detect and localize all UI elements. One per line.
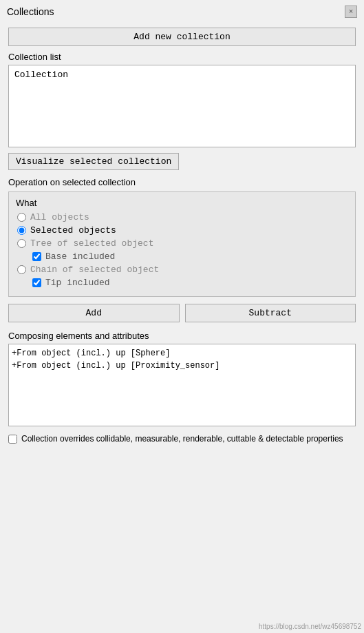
collection-list[interactable]: Collection: [8, 65, 356, 147]
radio-chain-label: Chain of selected object: [30, 264, 159, 275]
composing-item-1: +From object (incl.) up [Proximity_senso…: [12, 360, 352, 372]
radio-all-label: All objects: [30, 212, 89, 222]
composing-section: Composing elements and attributes +From …: [8, 331, 356, 426]
composing-box[interactable]: +From object (incl.) up [Sphere] +From o…: [8, 344, 356, 426]
radio-chain-row: Chain of selected object: [16, 264, 348, 275]
subtract-button[interactable]: Subtract: [185, 304, 356, 322]
radio-all-objects[interactable]: [17, 213, 26, 222]
override-label: Collection overrides collidable, measura…: [21, 433, 343, 445]
operation-label: Operation on selected collection: [8, 177, 356, 187]
add-button[interactable]: Add: [8, 304, 180, 322]
what-group: What All objects Selected objects Tree o…: [8, 191, 356, 297]
radio-selected-row: Selected objects: [16, 225, 348, 236]
operation-section: Operation on selected collection What Al…: [8, 177, 356, 297]
collection-list-item[interactable]: Collection: [12, 68, 352, 81]
radio-selected-objects[interactable]: [17, 226, 26, 235]
base-included-label: Base included: [45, 251, 115, 262]
tip-included-checkbox[interactable]: [32, 278, 41, 287]
close-button[interactable]: ×: [345, 6, 357, 18]
watermark: https://blog.csdn.net/wz45698752: [259, 623, 361, 630]
title-bar: Collections ×: [0, 0, 364, 23]
composing-item-0: +From object (incl.) up [Sphere]: [12, 347, 352, 360]
composing-label: Composing elements and attributes: [8, 331, 356, 341]
tip-included-row: Tip included: [16, 278, 348, 288]
override-checkbox[interactable]: [8, 435, 17, 444]
radio-chain-object[interactable]: [17, 265, 26, 274]
base-included-row: Base included: [16, 251, 348, 262]
what-group-title: What: [16, 198, 348, 208]
window: Collections × Add new collection Collect…: [0, 0, 364, 633]
override-row: Collection overrides collidable, measura…: [8, 433, 356, 445]
visualize-button[interactable]: Visualize selected collection: [8, 153, 179, 170]
base-included-checkbox[interactable]: [32, 252, 41, 261]
main-content: Add new collection Collection list Colle…: [0, 23, 364, 453]
radio-tree-object[interactable]: [17, 239, 26, 248]
collection-list-label: Collection list: [8, 52, 356, 62]
add-collection-button[interactable]: Add new collection: [8, 28, 356, 46]
radio-all-row: All objects: [16, 212, 348, 222]
tip-included-label: Tip included: [45, 278, 110, 288]
radio-tree-label: Tree of selected object: [30, 238, 153, 249]
radio-selected-label: Selected objects: [30, 225, 116, 236]
window-title: Collections: [7, 6, 54, 17]
action-button-row: Add Subtract: [8, 304, 356, 322]
radio-tree-row: Tree of selected object: [16, 238, 348, 249]
